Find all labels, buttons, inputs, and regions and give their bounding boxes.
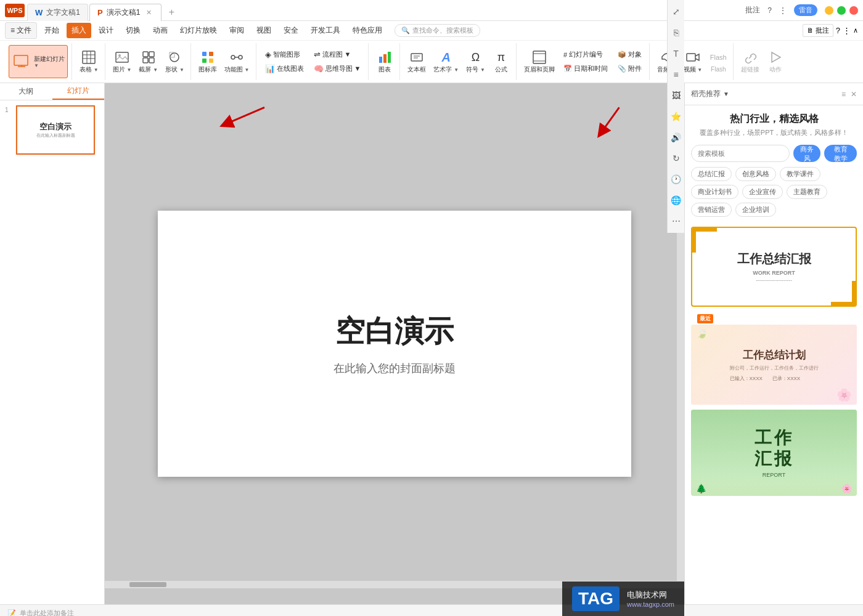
new-slide-button[interactable]: 新建幻灯片 ▼: [9, 45, 68, 78]
menu-switch[interactable]: 切换: [121, 23, 145, 38]
sidebar-text-icon[interactable]: T: [669, 47, 683, 60]
menu-developer[interactable]: 开发工具: [306, 23, 345, 38]
menu-animation[interactable]: 动画: [148, 23, 173, 38]
icon-library-button[interactable]: 图标库: [196, 45, 219, 78]
sidebar-copy-icon[interactable]: ⎘: [669, 26, 683, 39]
comment-label[interactable]: 批注: [745, 5, 760, 15]
user-label[interactable]: 雷音: [794, 4, 817, 16]
slide-canvas[interactable]: 空白演示 在此输入您的封面副标题: [158, 211, 631, 477]
flash-button[interactable]: Flash Flash: [707, 45, 729, 78]
file-menu-button[interactable]: ≡ 文件: [5, 22, 37, 39]
tag-marketing[interactable]: 营销运营: [691, 203, 732, 217]
object-button[interactable]: 📦 对象: [614, 48, 645, 62]
shape-button[interactable]: 形状 ▼: [163, 45, 187, 78]
flow-tools-group: ⇌ 流程图 ▼ 🧠 思维导图 ▼: [310, 48, 365, 76]
tab-presentation-label: 演示文稿1: [107, 7, 141, 18]
tab-word[interactable]: W 文字文稿1: [27, 4, 88, 21]
tag-corporate-promo[interactable]: 企业宣传: [742, 185, 783, 199]
symbol-button[interactable]: Ω 符号 ▼: [464, 45, 488, 78]
online-chart-button[interactable]: 📊 在线图表: [261, 62, 308, 76]
minimize-button[interactable]: [825, 6, 833, 15]
slide-thumbnail-1[interactable]: 1 空白演示 在此输入标题副标题: [5, 105, 99, 155]
menu-review[interactable]: 审阅: [224, 23, 249, 38]
help-button[interactable]: ?: [836, 26, 840, 35]
table-button[interactable]: 表格 ▼: [77, 45, 101, 78]
tab-presentation[interactable]: P 演示文稿1 ✕: [89, 4, 162, 21]
panel-tabs: 大纲 幻灯片: [0, 83, 104, 100]
maximize-button[interactable]: [837, 6, 846, 15]
textbox-button[interactable]: 文本框: [405, 45, 428, 78]
sidebar-expand-icon[interactable]: ⤢: [669, 5, 683, 18]
menu-insert[interactable]: 插入: [67, 23, 91, 38]
close-button[interactable]: [849, 6, 858, 15]
art-text-button[interactable]: A 艺术字 ▼: [431, 45, 461, 78]
video-button[interactable]: 视频 ▼: [681, 45, 705, 78]
business-style-button[interactable]: 商务风: [793, 145, 820, 162]
outline-tab[interactable]: 大纲: [0, 83, 52, 100]
menu-start[interactable]: 开始: [39, 23, 64, 38]
tag-corporate-training[interactable]: 企业培训: [735, 203, 776, 217]
function-map-button[interactable]: 功能图 ▼: [222, 45, 252, 78]
flowchart-button[interactable]: ⇌ 流程图 ▼: [310, 48, 365, 62]
tag-creative-style[interactable]: 创意风格: [735, 167, 776, 181]
screenshot-button[interactable]: 截屏 ▼: [136, 45, 160, 78]
tag-theme-education[interactable]: 主题教育: [787, 185, 827, 199]
picture-button[interactable]: 图片 ▼: [110, 45, 134, 78]
smart-shape-button[interactable]: ◈ 智能图形: [261, 48, 308, 62]
notes-placeholder[interactable]: 单击此处添加备注: [20, 609, 74, 616]
sidebar-refresh-icon[interactable]: ↻: [669, 152, 683, 165]
template-card-1[interactable]: 工作总结汇报 WORK REPORT ---------------------…: [691, 227, 857, 307]
svg-rect-26: [411, 54, 422, 61]
sidebar-globe-icon[interactable]: 🌐: [669, 193, 683, 207]
symbol-label: 符号 ▼: [466, 66, 485, 73]
watermark-site-name: 电脑技术网: [627, 590, 674, 601]
more-options-icon[interactable]: ⋮: [843, 26, 851, 35]
template-card-3[interactable]: 工作汇报 REPORT 🌲 🌸: [691, 410, 857, 496]
education-style-button[interactable]: 教育教学: [824, 145, 857, 162]
video-icon: [685, 50, 700, 65]
collapse-ribbon-button[interactable]: ∧: [853, 26, 858, 34]
date-time-label: 日期和时间: [574, 64, 608, 73]
slides-tab[interactable]: 幻灯片: [52, 83, 105, 100]
sidebar-star-icon[interactable]: ⭐: [669, 110, 683, 123]
menu-design[interactable]: 设计: [94, 23, 118, 38]
sidebar-align-icon[interactable]: ≡: [669, 68, 683, 81]
svg-rect-18: [202, 59, 207, 63]
help-label[interactable]: ?: [767, 6, 772, 15]
date-time-button[interactable]: 📅 日期和时间: [560, 62, 611, 76]
watermark-url: www.tagxp.com: [627, 601, 674, 608]
tag-business-plan[interactable]: 商业计划书: [691, 185, 738, 199]
menu-slideshow[interactable]: 幻灯片放映: [175, 23, 222, 38]
panel-list-icon[interactable]: ≡: [841, 90, 846, 99]
table-icon: [81, 50, 96, 65]
sidebar-clock-icon[interactable]: 🕐: [669, 172, 683, 186]
ribbon-toolbar: 新建幻灯片 ▼ 表格 ▼: [0, 41, 863, 83]
sidebar-image-icon[interactable]: 🖼: [669, 89, 683, 102]
menu-special[interactable]: 特色应用: [348, 23, 387, 38]
header-footer-button[interactable]: 页眉和页脚: [521, 45, 557, 78]
attachment-button[interactable]: 📎 附件: [614, 62, 645, 76]
mindmap-button[interactable]: 🧠 思维导图 ▼: [310, 62, 365, 76]
more-menu-icon[interactable]: ⋮: [779, 6, 787, 15]
tag-summary-report[interactable]: 总结汇报: [691, 167, 732, 181]
toolbar-group-chart: 图表: [370, 43, 400, 80]
tab-add-button[interactable]: +: [163, 4, 180, 21]
search-command-input[interactable]: 🔍 查找命令、搜索模板: [395, 24, 480, 37]
panel-close-icon[interactable]: ✕: [851, 90, 857, 99]
template-search-input[interactable]: [691, 145, 790, 162]
slide-preview-canvas[interactable]: 空白演示 在此输入标题副标题: [16, 105, 95, 155]
menu-view[interactable]: 视图: [252, 23, 276, 38]
action-button[interactable]: 动作: [764, 45, 787, 78]
sidebar-sound-icon[interactable]: 🔊: [669, 131, 683, 144]
sidebar-more-icon[interactable]: ⋯: [669, 214, 683, 228]
formula-button[interactable]: π 公式: [490, 45, 512, 78]
chart-button[interactable]: 图表: [374, 45, 396, 78]
menu-security[interactable]: 安全: [279, 23, 303, 38]
template-card-2[interactable]: 工作总结计划 附公司，工作运行，工作任务，工作进行 已输入：XXXX 已录：XX…: [691, 325, 857, 405]
batch-comment-button[interactable]: 🗎 批注: [803, 24, 833, 37]
tag-teaching-courseware[interactable]: 教学课件: [780, 167, 820, 181]
tab-close-button[interactable]: ✕: [144, 7, 153, 17]
slide-number-button[interactable]: # 幻灯片编号: [560, 48, 611, 62]
svg-rect-8: [116, 52, 128, 62]
hyperlink-button[interactable]: 超链接: [738, 45, 762, 78]
